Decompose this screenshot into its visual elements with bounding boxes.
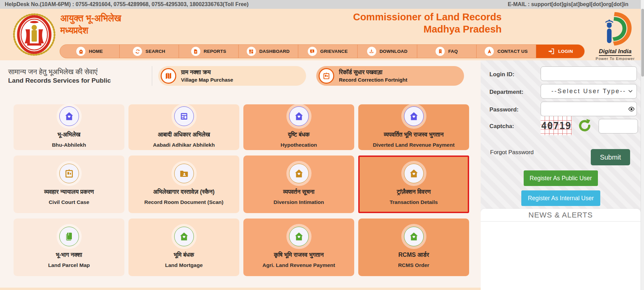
book-icon <box>59 227 79 246</box>
home-icon <box>76 47 85 56</box>
card-hypothecation[interactable]: दृष्टि बंधक Hypothecation <box>243 104 354 150</box>
card-land-parcel-map[interactable]: भू-भाग नक्शा Land Parcel Map <box>14 219 124 276</box>
department-select-value: --Select User Type-- <box>541 84 637 99</box>
banner-village-map-purchase[interactable]: ग्राम नक्शा क्रय Village Map Purchase <box>158 66 306 86</box>
nav-item-grievance[interactable]: GRIEVANCE <box>298 45 358 58</box>
mp-bhulekh-home-page: HelpDesk No.(10AM-6PM) : 0755-4291604, 0… <box>0 0 644 290</box>
download-icon <box>367 47 376 56</box>
login-id-input[interactable] <box>541 66 637 81</box>
map-icon <box>161 68 176 84</box>
home-icon <box>404 164 424 183</box>
captcha-input[interactable] <box>599 119 638 133</box>
forgot-password-link[interactable]: Forgot Password <box>490 149 534 156</box>
contact-icon <box>485 47 494 56</box>
ledger-icon <box>174 106 194 126</box>
submit-button[interactable]: Submit <box>591 149 630 165</box>
dashboard-icon <box>247 47 256 56</box>
card-record-room-document-scan[interactable]: अभिलेखागार दस्तावेज़ (स्कैन) Record Room… <box>128 156 239 213</box>
digital-india-logo: Digital India Power To Empower <box>590 12 641 61</box>
register-internal-user-button[interactable]: Register As Internal User <box>521 190 600 206</box>
frame-icon <box>59 164 79 183</box>
card-bhu-abhilekh[interactable]: भू-अभिलेख Bhu-Abhilekh <box>14 104 124 150</box>
home-icon <box>404 227 424 246</box>
captcha-image: 40719 <box>541 116 572 135</box>
helpdesk-text: HelpDesk No.(10AM-6PM) : 0755-4291604, 0… <box>5 1 248 7</box>
faq-icon <box>436 47 445 56</box>
department-label: Department: <box>489 89 523 96</box>
login-icon <box>548 48 555 55</box>
card-aabadi-adhikar-abhilekh[interactable]: आबादी अधिकार अभिलेख Aabadi Adhikar Abhil… <box>128 104 239 150</box>
login-id-label: Login ID: <box>489 71 515 78</box>
site-title-hindi: आयुक्त भू-अभिलेख मध्यप्रदेश <box>60 12 121 37</box>
login-panel: Login ID: Department: --Select User Type… <box>481 60 641 290</box>
home-icon <box>174 227 194 246</box>
refresh-captcha-icon[interactable] <box>578 119 592 133</box>
nav-item-download[interactable]: DOWNLOAD <box>358 45 417 58</box>
services-card-grid: भू-अभिलेख Bhu-Abhilekh आबादी अधिकार अभिल… <box>14 104 469 276</box>
home-icon <box>404 106 424 126</box>
card-transaction-details-highlighted[interactable]: ट्रांज़ैक्शन विवरण Transaction Details <box>358 156 469 213</box>
scrollbar-thumb[interactable] <box>641 9 644 77</box>
password-label: Password: <box>489 106 519 113</box>
digital-india-emblem-icon <box>597 12 633 47</box>
banner-record-correction-fortnight[interactable]: रिकॉर्ड सुधार पखवाड़ा Record Correction … <box>316 66 464 86</box>
main-navigation: HOME SEARCH REPORTS DASHBOARD GRIEVANCE … <box>60 44 585 58</box>
header: आयुक्त भू-अभिलेख मध्यप्रदेश Commissioner… <box>0 9 644 60</box>
services-heading-hindi: सामान्य जन हेतु भूअभिलेख की सेवाएं <box>8 68 152 76</box>
main-content: सामान्य जन हेतु भूअभिलेख की सेवाएं Land … <box>0 60 481 290</box>
department-select[interactable]: --Select User Type-- <box>541 84 637 99</box>
services-header-row: सामान्य जन हेतु भूअभिलेख की सेवाएं Land … <box>0 60 481 91</box>
nav-item-home[interactable]: HOME <box>60 45 120 58</box>
services-heading: सामान्य जन हेतु भूअभिलेख की सेवाएं Land … <box>8 68 152 84</box>
folder-icon <box>174 164 194 183</box>
services-heading-english: Land Records Services for Public <box>8 77 152 84</box>
vertical-divider <box>152 66 152 86</box>
register-public-user-button[interactable]: Register As Public User <box>524 170 598 186</box>
page-scrollbar[interactable] <box>641 0 644 290</box>
news-alerts-panel: NEWS & ALERTS <box>481 209 641 290</box>
eye-icon[interactable] <box>628 105 635 113</box>
news-alerts-title: NEWS & ALERTS <box>481 209 641 222</box>
card-rcms-order[interactable]: RCMS आर्डर RCMS Order <box>358 219 469 276</box>
card-agri-land-revenue-payment[interactable]: कृषि भूमि राजस्व भुगतान Agri. Land Reven… <box>243 219 354 276</box>
frame-icon <box>319 68 334 84</box>
nav-item-search[interactable]: SEARCH <box>120 45 179 58</box>
chevron-down-icon <box>627 88 633 94</box>
email-text: E-MAIL : support[dot]gis[at]begl[dot]org… <box>508 1 628 7</box>
home-icon <box>289 106 309 126</box>
card-diversion-intimation[interactable]: व्यपवर्तन सूचना Diversion Intimation <box>243 156 354 213</box>
card-land-mortgage[interactable]: भूमि बंधक Land Mortgage <box>128 219 239 276</box>
site-title-english: Commissioner of Land Records Madhya Prad… <box>353 11 502 36</box>
nav-item-dashboard[interactable]: DASHBOARD <box>239 45 298 58</box>
nav-item-faq[interactable]: FAQ <box>417 45 477 58</box>
home-icon <box>289 227 309 246</box>
topbar: HelpDesk No.(10AM-6PM) : 0755-4291604, 0… <box>0 0 644 9</box>
bottom-decorative-strip <box>0 288 481 290</box>
mp-state-emblem-logo <box>12 12 56 57</box>
captcha-label: Captcha: <box>489 123 514 130</box>
captcha-value: 40719 <box>541 120 571 131</box>
password-input[interactable] <box>541 102 637 116</box>
home-icon <box>59 106 79 126</box>
card-civil-court-case[interactable]: व्यवहार न्यायालय प्रकरण Civil Court Case <box>14 156 124 213</box>
digital-india-wordmark: Digital India <box>599 48 631 56</box>
report-icon <box>191 47 200 56</box>
nav-item-reports[interactable]: REPORTS <box>179 45 239 58</box>
nav-item-contact-us[interactable]: CONTACT US <box>477 45 536 58</box>
grievance-icon <box>308 47 317 56</box>
card-diverted-land-revenue-payment[interactable]: व्यपवर्तित भूमि राजस्व भुगतान Diverted L… <box>358 104 469 150</box>
sync-icon <box>133 47 142 56</box>
home-icon <box>289 164 309 183</box>
nav-item-login[interactable]: LOGIN <box>536 45 584 58</box>
